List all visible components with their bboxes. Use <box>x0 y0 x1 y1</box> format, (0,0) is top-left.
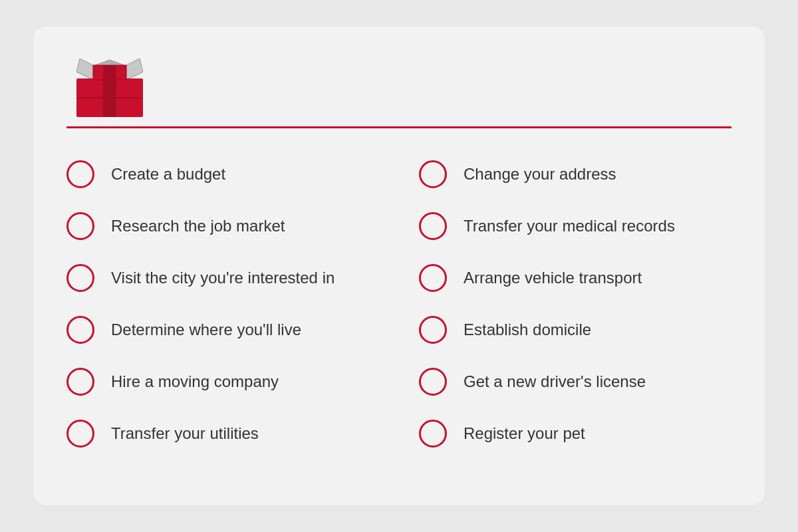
radio-circle[interactable] <box>419 160 447 188</box>
svg-marker-1 <box>76 59 93 80</box>
checklist-item-visit-city[interactable]: Visit the city you're interested in <box>66 252 379 304</box>
item-label: Transfer your medical records <box>464 217 675 235</box>
item-label: Create a budget <box>111 165 225 184</box>
checklist-item-new-license[interactable]: Get a new driver's license <box>419 356 732 408</box>
item-label: Visit the city you're interested in <box>111 269 334 287</box>
checklist-item-transfer-utilities[interactable]: Transfer your utilities <box>66 408 379 460</box>
right-column: Change your address Transfer your medica… <box>419 148 732 460</box>
left-column: Create a budget Research the job market … <box>66 148 379 460</box>
radio-circle[interactable] <box>66 420 94 448</box>
item-label: Register your pet <box>464 424 585 443</box>
item-label: Establish domicile <box>464 321 591 339</box>
item-label: Research the job market <box>111 217 285 235</box>
svg-marker-2 <box>126 59 143 80</box>
radio-circle[interactable] <box>66 160 94 188</box>
divider <box>66 126 732 128</box>
checklist-item-establish-domicile[interactable]: Establish domicile <box>419 304 732 356</box>
checklist-item-hire-moving[interactable]: Hire a moving company <box>66 356 379 408</box>
checklist-item-transfer-medical[interactable]: Transfer your medical records <box>419 200 732 252</box>
radio-circle[interactable] <box>419 316 447 344</box>
radio-circle[interactable] <box>66 316 94 344</box>
item-label: Change your address <box>464 165 616 184</box>
checklist-item-arrange-vehicle[interactable]: Arrange vehicle transport <box>419 252 732 304</box>
radio-circle[interactable] <box>419 264 447 292</box>
radio-circle[interactable] <box>419 212 447 240</box>
item-label: Get a new driver's license <box>464 372 646 391</box>
svg-rect-7 <box>103 65 116 80</box>
item-label: Transfer your utilities <box>111 424 259 443</box>
header <box>66 47 732 120</box>
checklist-item-register-pet[interactable]: Register your pet <box>419 408 732 460</box>
checklist-item-create-budget[interactable]: Create a budget <box>66 148 379 200</box>
checklist-item-determine-live[interactable]: Determine where you'll live <box>66 304 379 356</box>
radio-circle[interactable] <box>419 420 447 448</box>
radio-circle[interactable] <box>66 368 94 396</box>
box-icon <box>66 47 153 120</box>
radio-circle[interactable] <box>419 368 447 396</box>
radio-circle[interactable] <box>66 212 94 240</box>
radio-circle[interactable] <box>66 264 94 292</box>
main-card: Create a budget Research the job market … <box>33 27 765 505</box>
checklist-grid: Create a budget Research the job market … <box>66 148 732 460</box>
item-label: Hire a moving company <box>111 372 279 391</box>
checklist-item-change-address[interactable]: Change your address <box>419 148 732 200</box>
checklist-item-research-job[interactable]: Research the job market <box>66 200 379 252</box>
item-label: Determine where you'll live <box>111 321 301 339</box>
item-label: Arrange vehicle transport <box>464 269 642 287</box>
